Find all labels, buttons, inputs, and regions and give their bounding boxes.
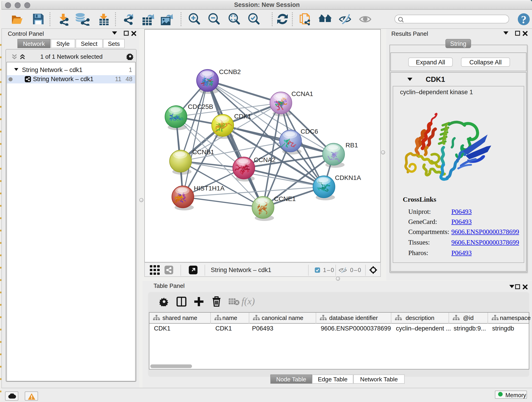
svg-text:CDK1: CDK1 bbox=[234, 113, 251, 120]
svg-text:CCNE1: CCNE1 bbox=[274, 195, 296, 202]
svg-text:RB1: RB1 bbox=[346, 142, 358, 149]
svg-text:CCNA1: CCNA1 bbox=[291, 90, 313, 97]
svg-text:?: ? bbox=[521, 13, 526, 26]
svg-text:CCNB1: CCNB1 bbox=[192, 148, 214, 156]
svg-text:CCNB2: CCNB2 bbox=[219, 68, 241, 75]
svg-text:CDKN1A: CDKN1A bbox=[335, 174, 361, 181]
svg-text:HIST1H1A: HIST1H1A bbox=[194, 185, 225, 192]
svg-text:CDC25B: CDC25B bbox=[188, 103, 213, 110]
svg-text:CCNA2: CCNA2 bbox=[254, 156, 276, 163]
svg-text:CDC6: CDC6 bbox=[301, 128, 318, 135]
